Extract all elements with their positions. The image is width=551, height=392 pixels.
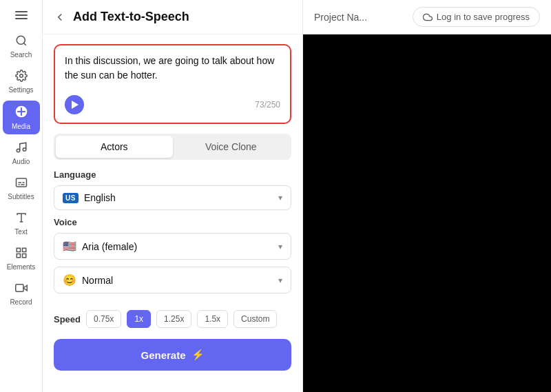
generate-button[interactable]: Generate ⚡	[54, 339, 291, 371]
speed-125x[interactable]: 1.25x	[156, 310, 191, 328]
language-select[interactable]: US English ▾	[54, 185, 291, 210]
svg-point-6	[23, 148, 26, 152]
back-button[interactable]	[54, 11, 66, 23]
speed-075x[interactable]: 0.75x	[86, 310, 121, 328]
flag-emoji-icon: 🇺🇸	[63, 240, 76, 253]
media-icon	[14, 105, 28, 121]
voice-style-value: 😊 Normal	[63, 274, 113, 287]
panel-header: Add Text-to-Speech	[43, 0, 302, 34]
svg-rect-16	[22, 254, 25, 258]
language-flag: US	[63, 193, 79, 203]
hamburger-icon	[15, 11, 28, 19]
hamburger-menu[interactable]	[3, 6, 40, 25]
settings-icon	[15, 70, 28, 84]
sidebar-item-audio-label: Audio	[12, 158, 30, 165]
sidebar-item-media-label: Media	[12, 123, 30, 130]
char-count: 73/250	[255, 100, 280, 110]
sidebar-item-text-label: Text	[14, 228, 27, 236]
subtitles-icon	[15, 176, 28, 191]
sidebar-item-subtitles-label: Subtitles	[8, 193, 34, 200]
canvas-area	[303, 34, 551, 392]
text-content: In this discussion, we are going to talk…	[65, 54, 280, 88]
speed-row: Speed 0.75x 1x 1.25x 1.5x Custom	[54, 310, 291, 328]
cloud-icon	[423, 12, 433, 22]
tab-voice-clone[interactable]: Voice Clone	[173, 136, 290, 158]
sidebar-item-search-label: Search	[10, 51, 32, 59]
voice-actor-chevron-icon: ▾	[278, 242, 282, 251]
text-input-box[interactable]: In this discussion, we are going to talk…	[54, 44, 291, 124]
voice-actor-select[interactable]: 🇺🇸 Aria (female) ▾	[54, 233, 291, 260]
text-icon	[15, 212, 28, 226]
sidebar-item-subtitles[interactable]: Subtitles	[3, 172, 40, 205]
voice-style-chevron-icon: ▾	[278, 276, 282, 285]
play-preview-button[interactable]	[65, 95, 84, 114]
voice-actor-value: 🇺🇸 Aria (female)	[63, 240, 137, 253]
svg-point-1	[19, 74, 23, 78]
tab-row: Actors Voice Clone	[54, 134, 291, 160]
language-text: English	[84, 192, 116, 203]
svg-point-0	[17, 36, 25, 44]
tab-actors[interactable]: Actors	[56, 136, 173, 158]
svg-rect-17	[17, 254, 20, 258]
sidebar-item-elements-label: Elements	[7, 263, 36, 271]
sidebar-item-elements[interactable]: Elements	[3, 243, 40, 275]
sidebar-item-settings-label: Settings	[8, 86, 33, 94]
save-progress-label: Log in to save progress	[437, 12, 530, 22]
sidebar-item-record[interactable]: Record	[3, 278, 40, 310]
text-footer: 73/250	[65, 95, 280, 114]
sidebar-item-search[interactable]: Search	[3, 30, 40, 63]
svg-rect-15	[22, 248, 25, 251]
language-chevron-icon: ▾	[278, 193, 282, 203]
sidebar-item-settings[interactable]: Settings	[3, 65, 40, 98]
speed-label: Speed	[54, 314, 81, 324]
voice-section-label: Voice	[54, 217, 291, 227]
save-progress-button[interactable]: Log in to save progress	[413, 7, 540, 27]
speed-15x[interactable]: 1.5x	[197, 310, 228, 328]
speed-custom[interactable]: Custom	[233, 310, 277, 328]
sidebar-item-text[interactable]: Text	[3, 207, 40, 240]
voice-section: Voice 🇺🇸 Aria (female) ▾ 😊 Normal ▾	[43, 217, 302, 300]
project-name: Project Na...	[314, 12, 367, 23]
voice-style-select[interactable]: 😊 Normal ▾	[54, 267, 291, 293]
language-select-value: US English	[63, 192, 116, 203]
voice-actor-text: Aria (female)	[82, 241, 137, 252]
audio-icon	[15, 141, 28, 156]
svg-rect-14	[17, 248, 20, 251]
panel-title: Add Text-to-Speech	[73, 10, 189, 24]
sidebar-item-audio[interactable]: Audio	[3, 137, 40, 169]
sidebar-item-record-label: Record	[10, 298, 32, 306]
right-header: Project Na... Log in to save progress	[303, 0, 551, 34]
record-icon	[15, 282, 28, 296]
svg-marker-18	[23, 285, 27, 291]
generate-emoji-icon: ⚡	[191, 349, 205, 361]
speed-1x[interactable]: 1x	[127, 310, 151, 328]
right-panel: Project Na... Log in to save progress	[303, 0, 551, 392]
svg-rect-19	[15, 285, 23, 292]
voice-style-text: Normal	[82, 275, 113, 286]
main-panel: Add Text-to-Speech In this discussion, w…	[43, 0, 303, 392]
sidebar: Search Settings Media Audio Subtitles Te…	[0, 0, 43, 392]
language-section-label: Language	[54, 169, 291, 180]
svg-point-5	[17, 149, 20, 152]
voice-style-emoji-icon: 😊	[63, 274, 76, 287]
generate-label: Generate	[141, 349, 185, 361]
sidebar-item-media[interactable]: Media	[3, 101, 40, 134]
elements-icon	[15, 247, 28, 261]
search-icon	[15, 34, 28, 49]
